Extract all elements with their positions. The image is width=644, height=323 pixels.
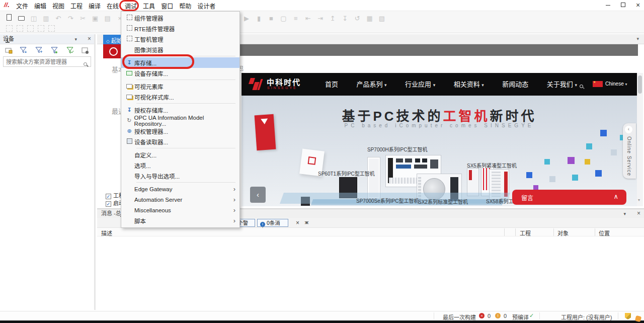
watch-list-icon[interactable]: ≡ [291, 14, 301, 23]
edit-form-icon[interactable] [81, 46, 89, 56]
print-icon[interactable]: ▥ [41, 14, 51, 23]
cut-icon[interactable]: ✂ [78, 14, 88, 23]
column-object[interactable]: 对象 [557, 229, 569, 237]
maximize-button[interactable] [618, 2, 627, 10]
site-header: 中科时代 SINSEGYE 首页 产品系列 ▾ 行业应用 ▾ 相关资料 ▾ 新闻… [242, 73, 637, 96]
banner-ribbon [255, 114, 276, 150]
minimize-button[interactable] [603, 2, 612, 10]
nav-resources[interactable]: 相关资料 ▾ [454, 73, 484, 97]
menu-item-customize[interactable]: 自定义... [121, 149, 239, 160]
menu-debug[interactable]: 调试 [122, 0, 140, 12]
placeholder-icon[interactable] [17, 25, 23, 32]
menu-item-options[interactable]: 选项... [121, 160, 239, 171]
menu-item-automation-server[interactable]: Automation Server› [121, 194, 239, 205]
site-logo-cn[interactable]: 中科时代 [267, 76, 301, 87]
language-selector[interactable]: Chinese ▾ [605, 81, 627, 87]
column-description[interactable]: 描述 [101, 229, 112, 237]
nav-products[interactable]: 产品系列 ▾ [356, 73, 386, 97]
step-into-icon[interactable]: ⇤ [303, 14, 313, 23]
menu-tools[interactable]: 工具 [140, 0, 158, 12]
copy-icon[interactable]: ▣ [90, 14, 100, 23]
menu-online[interactable]: 在线 [104, 0, 122, 12]
frame-icon[interactable]: ▦ [365, 14, 375, 23]
menu-item-visual-elements[interactable]: 可视元素库 [121, 81, 239, 92]
menu-edit[interactable]: 编辑 [31, 0, 49, 12]
nav-news[interactable]: 新闻动态 [502, 73, 528, 96]
scrollbar-thumb[interactable] [638, 75, 642, 94]
online-service-tab[interactable]: ‹ Online Service [623, 123, 636, 179]
nav-industries[interactable]: 行业应用 ▾ [405, 73, 435, 97]
placeholder-icon[interactable] [27, 25, 34, 32]
pause-icon[interactable]: ▮ [254, 14, 264, 23]
tab-overflow-chevron-icon[interactable]: ▾ [636, 36, 639, 41]
placeholder-icon[interactable] [38, 25, 44, 32]
placeholder-icon[interactable] [6, 25, 13, 32]
close-icon[interactable]: × [88, 35, 91, 42]
column-position[interactable]: 位置 [599, 229, 610, 237]
filter-upload-icon[interactable] [35, 46, 43, 56]
menu-project[interactable]: 工程 [67, 0, 86, 12]
clear-icon[interactable]: × [296, 219, 299, 226]
menu-item-visual-styles[interactable]: 可视化样式库... [121, 92, 239, 102]
run-icon[interactable]: ▶ [242, 14, 252, 23]
frame2-icon[interactable]: ▧ [377, 14, 387, 23]
chevron-up-icon[interactable]: ∧ [613, 193, 618, 200]
menu-help[interactable]: 帮助 [176, 0, 194, 12]
save-icon[interactable]: ◫ [29, 14, 39, 23]
pin-icon[interactable] [6, 39, 9, 43]
messages-filter-button[interactable]: i 0条消息 [257, 219, 288, 227]
menu-item-library-repository[interactable]: ↧库存储... [121, 57, 239, 68]
column-project[interactable]: 工程 [520, 229, 531, 237]
menu-item-scripting[interactable]: 脚本› [121, 215, 239, 226]
step-out-icon[interactable]: ↥ [328, 14, 338, 23]
new-folder-icon[interactable] [5, 46, 13, 56]
redo-icon[interactable]: ↷ [65, 14, 75, 23]
collapse-left-icon[interactable]: ‹ [625, 126, 632, 133]
close-button[interactable]: × [633, 2, 642, 10]
browser-scrollbar[interactable]: ▾ [637, 73, 643, 206]
menu-item-device-repository[interactable]: 设备存储库... [121, 68, 239, 78]
open-folder-icon[interactable] [16, 14, 26, 23]
menu-item-import-export-options[interactable]: 导入与导出选项... [121, 171, 239, 181]
filter-plain-icon[interactable] [50, 46, 58, 56]
undo-icon[interactable]: ↶ [53, 14, 63, 23]
clear-all-icon[interactable]: ×× [304, 219, 306, 226]
filter-green-icon[interactable] [66, 46, 74, 56]
menu-file[interactable]: 文件 [13, 0, 31, 12]
menu-item-miscellaneous[interactable]: Miscellaneous› [121, 205, 239, 215]
nav-about[interactable]: 关于我们 ▾ [547, 73, 577, 97]
filter-download-icon[interactable] [20, 46, 28, 56]
menu-item-icomputer-manager[interactable]: 工智机管理 [121, 34, 239, 44]
menu-item-license-manager[interactable]: ⊕授权管理器... [121, 126, 239, 136]
menu-window[interactable]: 窗口 [158, 0, 176, 12]
monitor-icon[interactable]: ▢ [278, 14, 288, 23]
scroll-down-icon[interactable]: ▾ [638, 198, 640, 202]
menu-item-image-browser[interactable]: 图像浏览器 [121, 44, 239, 55]
search-input[interactable] [3, 56, 91, 67]
stop-icon[interactable]: ■ [266, 14, 276, 23]
menu-designer[interactable]: 设计者 [194, 0, 218, 12]
menu-item-rte-plugin-manager[interactable]: RTE插件管理器 [121, 23, 239, 34]
chat-bar[interactable]: 留言 ∧ [512, 190, 626, 205]
close-icon[interactable]: × [637, 210, 640, 217]
project-user-label[interactable]: 工程用户: (没有用户) [561, 313, 612, 321]
menu-item-opcua-repository[interactable]: ↻OPC UA Information Model Repository... [121, 115, 239, 126]
step-return-icon[interactable]: ↧ [340, 14, 350, 23]
menu-build[interactable]: 编译 [86, 0, 104, 12]
paste-icon[interactable]: ▤ [103, 14, 113, 23]
chevron-down-icon[interactable]: ▾ [74, 37, 77, 42]
step-over-icon[interactable]: ⇥ [315, 14, 326, 23]
new-file-icon[interactable] [4, 14, 14, 23]
nav-home[interactable]: 首页 [325, 73, 338, 96]
reset-icon[interactable]: ↺ [352, 14, 362, 23]
last-build-label: 最后一次构建 [443, 313, 476, 321]
menu-view[interactable]: 视图 [49, 0, 67, 12]
placeholder-icon[interactable] [48, 25, 55, 32]
menu-item-device-reader[interactable]: 设备读取器... [121, 136, 239, 147]
site-search-icon[interactable] [580, 81, 583, 90]
carousel-prev-button[interactable]: ‹ [250, 187, 266, 203]
menu-item-license-repository[interactable]: ↧授权存储库... [121, 105, 239, 115]
menu-item-edge-gateway[interactable]: Edge Gateway› [121, 184, 239, 194]
menu-item-package-manager[interactable]: 组件管理器 [121, 13, 239, 23]
chevron-down-icon[interactable]: ▾ [623, 211, 626, 216]
